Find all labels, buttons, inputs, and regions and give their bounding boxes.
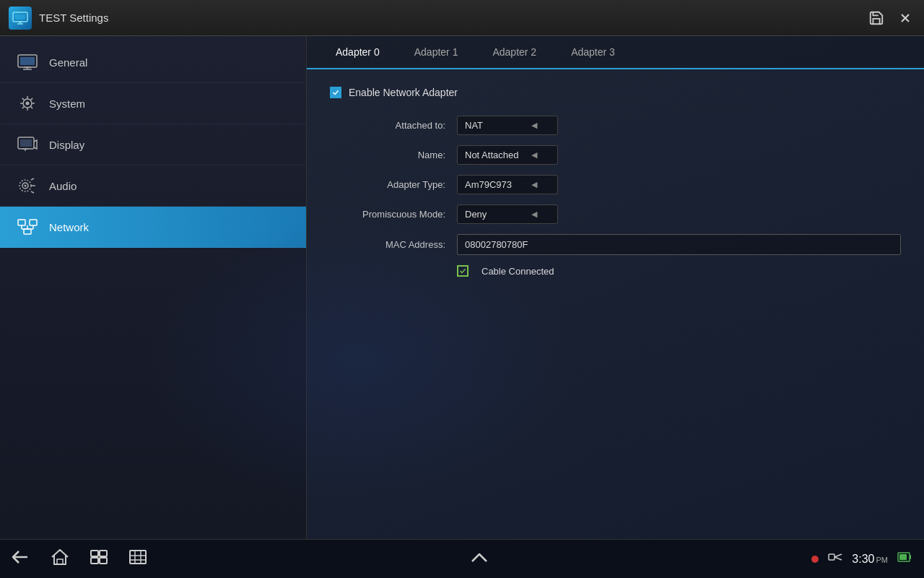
svg-rect-1	[15, 14, 25, 20]
promiscuous-dropdown[interactable]: Deny ◀	[457, 204, 558, 224]
promiscuous-row: Promiscuous Mode: Deny ◀	[330, 204, 901, 224]
caret-button[interactable]	[471, 550, 488, 569]
svg-rect-33	[30, 220, 37, 225]
enable-label: Enable Network Adapter	[349, 87, 458, 98]
grid-button[interactable]	[128, 549, 147, 569]
tab-adapter1[interactable]: Adapter 1	[397, 36, 476, 68]
sidebar-item-general[interactable]: General	[0, 42, 306, 83]
main-layout: General System	[0, 36, 924, 539]
cable-checkbox[interactable]	[457, 265, 468, 277]
enable-row: Enable Network Adapter	[330, 87, 901, 98]
form-content: Enable Network Adapter Attached to: NAT …	[307, 69, 924, 539]
svg-rect-42	[100, 551, 107, 556]
sidebar-label-network: Network	[49, 221, 89, 233]
name-row: Name: Not Attached ◀	[330, 145, 901, 165]
taskbar-left	[12, 548, 147, 570]
tab-adapter2[interactable]: Adapter 2	[475, 36, 554, 68]
status-indicator	[811, 556, 819, 563]
attached-to-dropdown[interactable]: NAT ◀	[457, 116, 558, 135]
cable-connected-row: Cable Connected	[330, 265, 901, 277]
clock-time: 3:30	[852, 553, 874, 566]
mac-row: MAC Address:	[330, 234, 901, 255]
dropdown-arrow-adapter: ◀	[531, 180, 537, 189]
mac-label: MAC Address:	[330, 239, 445, 250]
attached-to-value: NAT	[465, 120, 483, 131]
close-button[interactable]	[895, 8, 915, 28]
svg-rect-32	[18, 220, 25, 225]
svg-line-20	[30, 98, 32, 100]
adapter-type-value: Am79C973	[465, 179, 512, 190]
battery-icon	[897, 549, 912, 569]
attached-to-label: Attached to:	[330, 120, 445, 131]
name-label: Name:	[330, 150, 445, 160]
sidebar-item-system[interactable]: System	[0, 83, 306, 124]
enable-checkbox[interactable]	[330, 87, 341, 98]
cable-label: Cable Connected	[481, 266, 554, 277]
save-button[interactable]	[866, 8, 886, 28]
sidebar: General System	[0, 36, 307, 539]
sidebar-item-display[interactable]: Display	[0, 124, 306, 165]
sidebar-label-display: Display	[49, 139, 84, 151]
taskbar-right: 3:30 PM	[811, 549, 912, 569]
svg-rect-34	[24, 229, 31, 234]
svg-rect-40	[57, 559, 63, 564]
clock-period: PM	[876, 556, 889, 564]
network-icon	[14, 217, 40, 237]
tab-adapter0[interactable]: Adapter 0	[318, 36, 397, 69]
svg-line-19	[30, 106, 32, 108]
content-area: Adapter 0 Adapter 1 Adapter 2 Adapter 3	[307, 36, 924, 539]
svg-line-51	[834, 554, 842, 557]
title-bar-actions	[866, 8, 915, 28]
adapter-type-label: Adapter Type:	[330, 179, 445, 190]
name-dropdown[interactable]: Not Attached ◀	[457, 145, 558, 165]
app-logo	[9, 7, 32, 30]
tab-adapter3[interactable]: Adapter 3	[554, 36, 632, 68]
svg-line-21	[22, 106, 25, 108]
notification-icon[interactable]	[827, 550, 843, 569]
svg-point-13	[26, 102, 30, 105]
sidebar-item-network[interactable]: Network	[0, 207, 306, 248]
svg-rect-8	[20, 57, 35, 65]
time-display: 3:30 PM	[852, 553, 888, 566]
adapter-type-row: Adapter Type: Am79C973 ◀	[330, 175, 901, 194]
window-title: TEST Settings	[39, 12, 866, 24]
svg-rect-44	[100, 558, 107, 564]
svg-rect-50	[829, 554, 834, 560]
general-icon	[14, 52, 40, 72]
adapter-type-dropdown[interactable]: Am79C973 ◀	[457, 175, 558, 194]
system-icon	[14, 93, 40, 113]
sidebar-label-general: General	[49, 56, 87, 69]
sidebar-label-audio: Audio	[49, 180, 77, 192]
title-bar: TEST Settings	[0, 0, 924, 36]
audio-icon	[14, 176, 40, 196]
svg-rect-23	[20, 139, 32, 147]
svg-line-31	[31, 191, 34, 193]
name-value: Not Attached	[465, 150, 518, 160]
home-button[interactable]	[51, 548, 69, 570]
svg-line-18	[22, 98, 25, 100]
svg-rect-54	[899, 554, 907, 560]
svg-rect-55	[910, 555, 911, 559]
svg-rect-43	[91, 558, 98, 564]
svg-line-52	[834, 557, 842, 560]
sidebar-item-audio[interactable]: Audio	[0, 165, 306, 207]
tabs-bar: Adapter 0 Adapter 1 Adapter 2 Adapter 3	[307, 36, 924, 69]
dropdown-arrow-promiscuous: ◀	[531, 210, 537, 219]
dropdown-arrow-name: ◀	[531, 150, 537, 160]
sidebar-label-system: System	[49, 98, 85, 110]
svg-line-29	[31, 178, 34, 180]
dropdown-arrow-attached: ◀	[531, 121, 537, 130]
svg-rect-45	[130, 551, 146, 564]
svg-rect-41	[91, 551, 98, 556]
mac-input[interactable]	[457, 234, 901, 255]
svg-point-28	[25, 185, 27, 187]
taskbar: 3:30 PM	[0, 539, 924, 578]
attached-to-row: Attached to: NAT ◀	[330, 116, 901, 135]
taskbar-center	[147, 550, 811, 569]
promiscuous-label: Promiscuous Mode:	[330, 209, 445, 220]
windows-button[interactable]	[90, 549, 108, 569]
back-button[interactable]	[12, 549, 30, 569]
promiscuous-value: Deny	[465, 209, 487, 220]
display-icon	[14, 134, 40, 155]
